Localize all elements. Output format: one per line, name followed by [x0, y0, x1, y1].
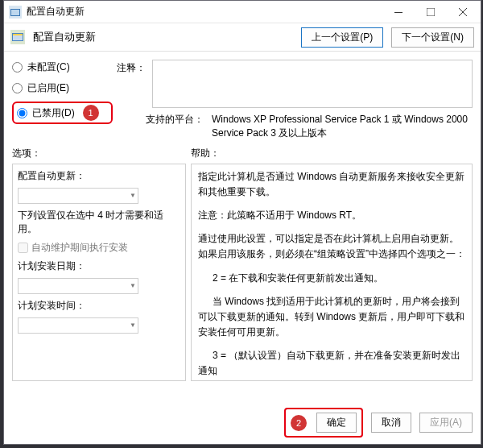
autoinstall-checkbox[interactable] — [18, 243, 28, 253]
platform-row: 支持的平台： Windows XP Professional Service P… — [117, 113, 473, 140]
svg-rect-10 — [13, 34, 23, 35]
upper-section: 未配置(C) 已启用(E) 已禁用(D) 1 注释： 支持的平台： Wi — [4, 55, 481, 143]
radio-not-configured-input[interactable] — [12, 62, 23, 73]
policy-title: 配置自动更新 — [33, 30, 293, 44]
help-p4: 2 = 在下载和安装任何更新前发出通知。 — [198, 271, 465, 286]
configure-updates-label: 配置自动更新： — [18, 169, 180, 183]
close-button[interactable] — [447, 2, 479, 23]
radio-enabled[interactable]: 已启用(E) — [12, 81, 117, 95]
radio-enabled-label: 已启用(E) — [27, 81, 69, 95]
platform-label: 支持的平台： — [117, 113, 205, 140]
configure-updates-select[interactable]: ▼ — [18, 188, 138, 204]
autoinstall-checkbox-row[interactable]: 自动维护期间执行安装 — [18, 241, 180, 255]
svg-rect-3 — [394, 12, 402, 13]
comment-row: 注释： — [117, 60, 473, 108]
radio-enabled-input[interactable] — [12, 83, 23, 93]
app-icon — [9, 6, 22, 19]
next-setting-button[interactable]: 下一个设置(N) — [391, 27, 474, 48]
help-header: 帮助： — [191, 147, 220, 160]
scheduled-day-select[interactable]: ▼ — [18, 278, 138, 294]
maximize-button[interactable] — [415, 2, 447, 23]
scheduled-time-label: 计划安装时间： — [18, 299, 180, 313]
help-p5: 当 Windows 找到适用于此计算机的更新时，用户将会接到可以下载更新的通知。… — [198, 294, 465, 341]
titlebar: 配置自动更新 — [4, 1, 481, 23]
comment-textarea[interactable] — [152, 60, 473, 108]
chevron-down-icon: ▼ — [130, 321, 136, 329]
apply-button[interactable]: 应用(A) — [419, 413, 473, 433]
radio-not-configured[interactable]: 未配置(C) — [12, 60, 117, 74]
radio-disabled-label: 已禁用(D) — [32, 106, 75, 120]
comment-label: 注释： — [117, 60, 146, 75]
radio-not-configured-label: 未配置(C) — [27, 60, 70, 74]
ok-button[interactable]: 确定 — [316, 413, 357, 433]
gp-editor-window: 配置自动更新 配置自动更新 上一个设置(P) 下一个设置(N) — [3, 0, 481, 445]
window-title: 配置自动更新 — [27, 5, 382, 19]
chevron-down-icon: ▼ — [130, 282, 136, 289]
options-pane[interactable]: 配置自动更新： ▼ 下列设置仅在选中 4 时才需要和适用。 自动维护期间执行安装… — [12, 164, 186, 381]
annotation-badge-2: 2 — [291, 415, 307, 431]
divider — [4, 51, 481, 52]
options-header: 选项： — [12, 147, 191, 160]
chevron-down-icon: ▼ — [130, 192, 136, 199]
cancel-button[interactable]: 取消 — [371, 413, 411, 433]
platform-text: Windows XP Professional Service Pack 1 或… — [212, 113, 473, 140]
comment-platform-block: 注释： 支持的平台： Windows XP Professional Servi… — [117, 60, 473, 140]
lower-section: 配置自动更新： ▼ 下列设置仅在选中 4 时才需要和适用。 自动维护期间执行安装… — [4, 164, 481, 381]
scheduled-day-label: 计划安装日期： — [18, 259, 180, 273]
help-p2: 注意：此策略不适用于 Windows RT。 — [198, 208, 465, 223]
radio-disabled[interactable]: 已禁用(D) — [17, 106, 75, 120]
minimize-button[interactable] — [382, 2, 415, 23]
previous-setting-button[interactable]: 上一个设置(P) — [301, 27, 383, 48]
annotation-badge-1: 1 — [83, 105, 99, 121]
svg-rect-2 — [11, 10, 19, 15]
autoinstall-checkbox-label: 自动维护期间执行安装 — [31, 241, 128, 255]
toolbar: 配置自动更新 上一个设置(P) 下一个设置(N) — [4, 23, 481, 51]
svg-rect-4 — [427, 8, 435, 16]
state-radio-group: 未配置(C) 已启用(E) 已禁用(D) 1 — [12, 60, 117, 140]
continue-note: 下列设置仅在选中 4 时才需要和适用。 — [18, 209, 180, 236]
radio-disabled-input[interactable] — [17, 108, 27, 118]
policy-icon — [10, 30, 25, 44]
help-p3: 通过使用此设置，可以指定是否在此计算机上启用自动更新。如果启用该服务，则必须在“… — [198, 231, 465, 262]
mid-headers: 选项： 帮助： — [4, 145, 481, 162]
scheduled-time-select[interactable]: ▼ — [18, 317, 138, 334]
footer: 2 确定 取消 应用(A) — [284, 408, 473, 438]
help-p1: 指定此计算机是否通过 Windows 自动更新服务来接收安全更新和其他重要下载。 — [198, 169, 465, 200]
help-pane[interactable]: 指定此计算机是否通过 Windows 自动更新服务来接收安全更新和其他重要下载。… — [191, 164, 473, 381]
callout-ok: 2 确定 — [284, 408, 363, 438]
callout-disabled: 已禁用(D) 1 — [12, 102, 113, 124]
help-p6: 3 = （默认设置）自动下载更新，并在准备安装更新时发出通知 — [198, 348, 465, 379]
